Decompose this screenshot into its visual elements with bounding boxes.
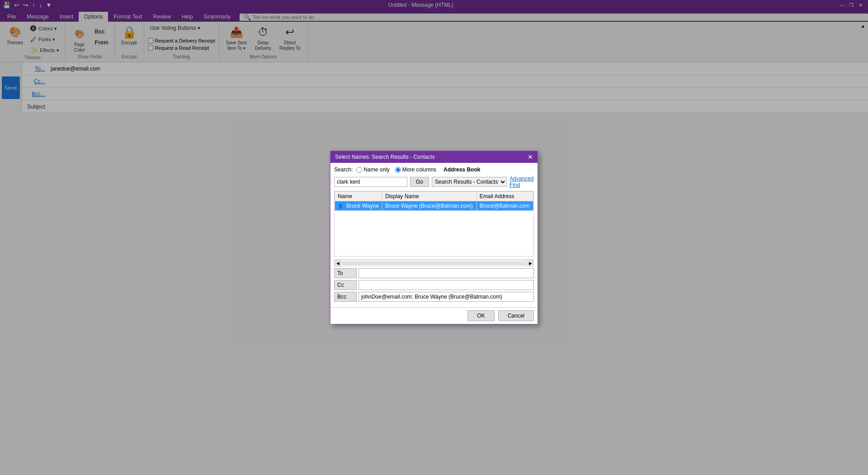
results-table: Name Display Name Email Address 👤 Bruce …: [335, 191, 533, 211]
search-radio-group: Name only More columns: [356, 166, 436, 173]
address-book-select[interactable]: Search Results - Contacts: [432, 177, 507, 187]
modal-title: Select Names: Search Results - Contacts: [335, 154, 435, 160]
name-only-input[interactable]: [356, 167, 362, 173]
display-name-column-header: Display Name: [382, 192, 476, 201]
advanced-find-link[interactable]: Advanced Find: [509, 176, 534, 188]
name-only-label: Name only: [363, 166, 389, 173]
select-names-dialog: Select Names: Search Results - Contacts …: [330, 151, 538, 324]
to-recipient-input[interactable]: [359, 268, 534, 278]
to-recipient-button[interactable]: To: [334, 268, 357, 278]
results-inner: Name Display Name Email Address 👤 Bruce …: [335, 191, 533, 256]
cc-recipient-input[interactable]: [359, 280, 534, 290]
result-display-name: Bruce Wayne (Bruce@Batman.com): [382, 201, 476, 211]
scroll-right-button[interactable]: ▶: [527, 260, 534, 267]
bcc-recipient-row: Bcc: [334, 292, 534, 302]
modal-header: Select Names: Search Results - Contacts …: [330, 151, 538, 163]
results-header-row: Name Display Name Email Address: [335, 192, 533, 201]
table-row[interactable]: 👤 Bruce Wayne Bruce Wayne (Bruce@Batman.…: [335, 201, 533, 211]
search-label: Search:: [334, 166, 353, 173]
search-input-row: Go Search Results - Contacts Advanced Fi…: [334, 176, 534, 188]
to-recipient-row: To: [334, 268, 534, 278]
bcc-recipient-button[interactable]: Bcc: [334, 292, 357, 302]
search-row: Search: Name only More columns Address B…: [334, 166, 534, 173]
results-container: Name Display Name Email Address 👤 Bruce …: [334, 191, 534, 256]
scroll-track: [342, 261, 526, 265]
go-button[interactable]: Go: [410, 177, 429, 187]
cc-recipient-row: Cc: [334, 280, 534, 290]
modal-footer: OK Cancel: [330, 307, 538, 324]
address-book-label: Address Book: [443, 166, 480, 173]
modal-close-button[interactable]: ✕: [528, 154, 533, 160]
modal-body: Search: Name only More columns Address B…: [330, 163, 538, 307]
cc-recipient-button[interactable]: Cc: [334, 280, 357, 290]
contact-icon: 👤: [338, 204, 343, 209]
name-column-header: Name: [335, 192, 382, 201]
result-name-text: Bruce Wayne: [346, 203, 379, 209]
horizontal-scrollbar[interactable]: ◀ ▶: [334, 259, 534, 266]
bcc-recipient-input[interactable]: [359, 292, 534, 302]
email-column-header: Email Address: [476, 192, 533, 201]
modal-overlay: Select Names: Search Results - Contacts …: [0, 0, 868, 475]
more-columns-label: More columns: [402, 166, 436, 173]
name-only-radio[interactable]: Name only: [356, 166, 389, 173]
ok-button[interactable]: OK: [467, 310, 494, 321]
cancel-button[interactable]: Cancel: [498, 310, 534, 321]
scroll-left-button[interactable]: ◀: [334, 260, 341, 267]
search-text-input[interactable]: [334, 177, 407, 187]
result-email: Bruce@Batman.com: [476, 201, 533, 211]
more-columns-input[interactable]: [395, 167, 401, 173]
more-columns-radio[interactable]: More columns: [395, 166, 436, 173]
result-name: 👤 Bruce Wayne: [335, 201, 382, 211]
